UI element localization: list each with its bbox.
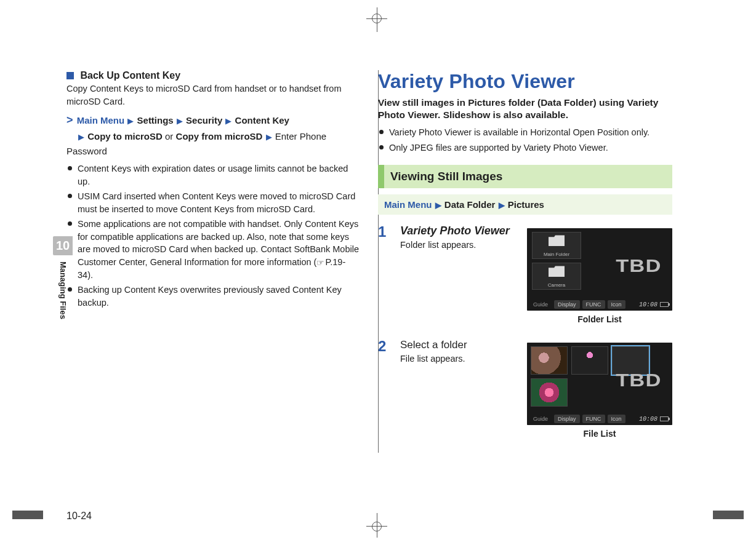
phone-screen-file: TBD Guide Display FUNC Icon 10:08 (527, 343, 672, 425)
softkey: FUNC (582, 415, 605, 423)
page: 10 Managing Files Back Up Content Key Co… (66, 70, 690, 514)
phone-screen-folder: Main Folder Camera TBD Guide Display FUN… (527, 228, 672, 311)
screenshot: TBD Guide Display FUNC Icon 10:08 File L… (527, 343, 672, 439)
list-item: Some applications are not compatible wit… (66, 218, 361, 281)
step-body: Select a folder File list appears. TBD G… (400, 339, 672, 439)
menu-path-bar: Main Menu ▶ Data Folder ▶ Pictures (378, 194, 672, 215)
cropmark-circle (372, 522, 382, 531)
thumbnail (531, 346, 568, 375)
chevron-right-icon: ▶ (266, 131, 272, 144)
cropmark-circle (372, 14, 382, 23)
bc-item: Content Key (235, 115, 289, 125)
step-number: 2 (378, 339, 392, 439)
folder-icon (549, 266, 565, 277)
step-number: 1 (378, 225, 392, 324)
bc-item: Security (186, 115, 222, 125)
clock: 10:08 (639, 416, 657, 423)
softkey: Display (554, 415, 580, 423)
folder-icon (549, 235, 565, 246)
softkey: Guide (529, 300, 552, 309)
step: 2 Select a folder File list appears. TBD (378, 339, 672, 439)
softkey: Icon (608, 300, 625, 309)
chevron-right-icon: ▶ (499, 201, 505, 210)
softkey-bar: Guide Display FUNC Icon 10:08 (527, 413, 672, 425)
bc-item: Data Folder (444, 199, 496, 210)
bc-option: Copy from microSD (176, 131, 263, 141)
pointer-icon: ☞ (316, 257, 324, 269)
bc-start: Main Menu (77, 115, 125, 125)
softkey-bar: Guide Display FUNC Icon 10:08 (527, 298, 672, 311)
chevron-right-icon: ▶ (225, 115, 231, 128)
intro-text: Copy Content Keys to microSD Card from h… (66, 82, 361, 108)
list-item-text: Some applications are not compatible wit… (78, 219, 359, 280)
battery-icon (660, 302, 669, 307)
softkey: Guide (529, 415, 552, 423)
battery-icon (660, 416, 669, 421)
softkey: Icon (608, 415, 625, 423)
list-item: Only JPEG files are supported by Variety… (378, 141, 672, 154)
tbd-watermark: TBD (616, 370, 661, 391)
step-desc: File list appears. (400, 354, 517, 364)
title-notes: Variety Photo Viewer is available in Hor… (378, 126, 672, 154)
step-desc: Folder list appears. (400, 240, 517, 250)
clock: 10:08 (639, 301, 657, 308)
bc-option: Copy to microSD (87, 131, 163, 141)
step-heading: Variety Photo Viewer (400, 225, 517, 237)
step-heading: Select a folder (400, 339, 517, 351)
softkey: Display (554, 300, 580, 309)
screenshot: Main Folder Camera TBD Guide Display FUN… (527, 228, 672, 324)
square-bullet-icon (66, 72, 74, 79)
screenshot-caption: File List (527, 429, 672, 439)
page-subtitle: View still images in Pictures folder (Da… (378, 97, 672, 121)
menu-path: > Main Menu ▶ Settings ▶ Security ▶ Cont… (66, 111, 361, 159)
right-column: Variety Photo Viewer View still images i… (378, 70, 690, 514)
chevron-right-icon: ▶ (127, 115, 134, 128)
thumbnail (571, 346, 608, 375)
bc-item: Pictures (508, 199, 544, 210)
bc-item: Settings (137, 115, 174, 125)
list-item: Backing up Content Keys overwrites previ… (66, 284, 361, 309)
breadcrumb-start-icon: > (66, 114, 73, 126)
folder-label: Camera (533, 282, 581, 288)
chevron-right-icon: ▶ (435, 201, 441, 210)
section-heading: Viewing Still Images (378, 165, 672, 188)
chevron-right-icon: ▶ (78, 131, 84, 144)
folder-tile: Camera (532, 263, 581, 290)
page-title: Variety Photo Viewer (378, 70, 672, 93)
step: 1 Variety Photo Viewer Folder list appea… (378, 225, 672, 324)
step-body: Variety Photo Viewer Folder list appears… (400, 225, 672, 324)
left-column: Back Up Content Key Copy Content Keys to… (66, 70, 378, 514)
bc-start: Main Menu (384, 199, 432, 210)
notes-list: Content Keys with expiration dates or us… (66, 162, 361, 309)
subheading: Back Up Content Key (80, 70, 180, 81)
list-item: Content Keys with expiration dates or us… (66, 162, 361, 188)
folder-label: Main Folder (533, 252, 581, 257)
thumbnail (531, 378, 568, 407)
cropmark-side (713, 511, 744, 519)
chevron-right-icon: ▶ (177, 115, 183, 128)
tbd-watermark: TBD (616, 255, 661, 276)
cropmark-side (12, 511, 43, 519)
page-number: 10-24 (66, 511, 92, 522)
list-item: Variety Photo Viewer is available in Hor… (378, 126, 672, 139)
softkey: FUNC (582, 300, 605, 309)
list-item: USIM Card inserted when Content Keys wer… (66, 190, 361, 215)
screenshot-caption: Folder List (527, 314, 672, 324)
folder-tile: Main Folder (532, 232, 581, 259)
page-ref: P.19-34 (78, 257, 345, 280)
subheading-row: Back Up Content Key (66, 70, 361, 81)
bc-or: or (165, 131, 173, 141)
